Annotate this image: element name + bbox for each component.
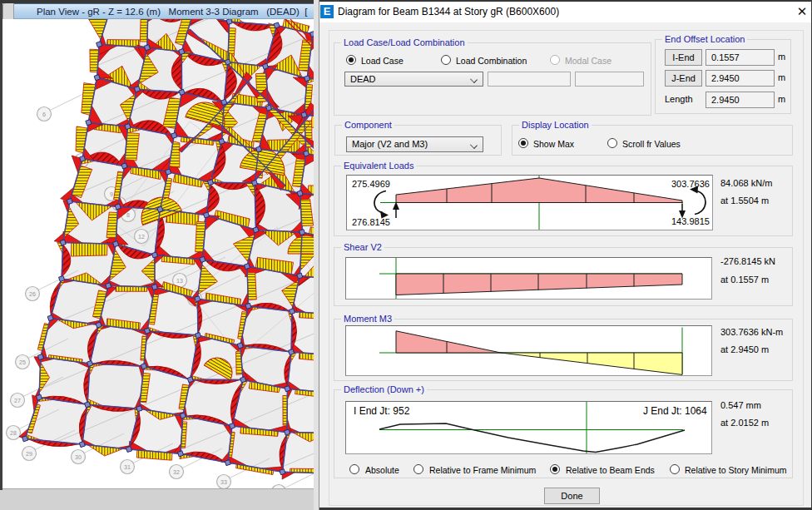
svg-text:29: 29	[26, 451, 32, 457]
svg-text:30: 30	[75, 454, 82, 460]
svg-text:33: 33	[220, 479, 227, 485]
svg-text:9: 9	[110, 191, 113, 197]
svg-text:26: 26	[29, 291, 36, 297]
svg-text:25: 25	[19, 359, 26, 365]
svg-text:32: 32	[173, 469, 180, 475]
svg-text:8: 8	[126, 212, 130, 218]
svg-text:28: 28	[10, 430, 17, 436]
svg-text:13: 13	[176, 278, 183, 284]
svg-text:31: 31	[124, 464, 131, 470]
svg-text:6: 6	[42, 111, 46, 117]
svg-text:12: 12	[138, 234, 145, 240]
svg-text:27: 27	[14, 398, 21, 404]
